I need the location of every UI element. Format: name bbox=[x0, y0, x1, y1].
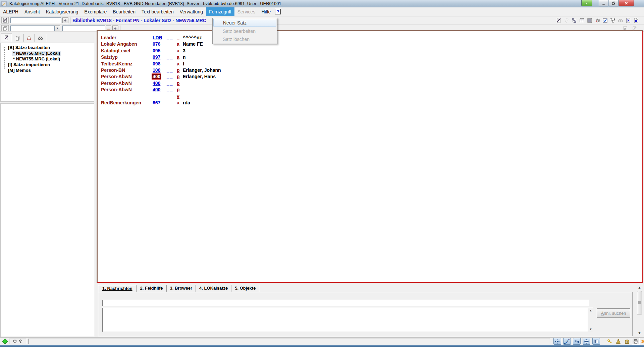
copy-bar-icon[interactable] bbox=[1, 25, 9, 31]
field-list-icon[interactable] bbox=[586, 17, 593, 24]
field-indicators[interactable]: __ bbox=[167, 35, 173, 40]
tree-expander-icon[interactable]: − bbox=[3, 46, 6, 49]
menu-item-verwaltung[interactable]: Verwaltung bbox=[177, 7, 206, 16]
field-tag[interactable]: 095 bbox=[153, 48, 160, 53]
menu-item-bearbeiten[interactable]: Bearbeiten bbox=[110, 7, 139, 16]
check-record-icon[interactable] bbox=[601, 17, 609, 24]
message-list-scrollbar[interactable]: ▲ ▼ bbox=[588, 308, 593, 332]
browse-book-icon[interactable] bbox=[578, 17, 586, 24]
menu-item-aleph[interactable]: ALEPH bbox=[0, 7, 21, 16]
combo-dropdown-button[interactable]: ▼ bbox=[55, 26, 60, 31]
tab-1-nachrichten[interactable]: 1. Nachrichten bbox=[98, 285, 137, 292]
export-record-icon[interactable] bbox=[594, 17, 601, 24]
field-tag[interactable]: 400 bbox=[153, 81, 160, 86]
message-list[interactable]: ▲ ▼ bbox=[102, 308, 593, 332]
menu-item-satz-löschen[interactable]: Satz löschen bbox=[213, 35, 277, 43]
hierarchy-view-icon[interactable] bbox=[571, 17, 578, 24]
quickpick-button[interactable] bbox=[581, 0, 592, 6]
field-indicators[interactable]: __ bbox=[167, 48, 173, 53]
subfield-code[interactable]: v bbox=[177, 94, 179, 99]
edit-records-tab[interactable] bbox=[1, 34, 12, 42]
field-value[interactable]: Name FE bbox=[183, 41, 203, 47]
field-indicators[interactable]: __ bbox=[167, 100, 173, 105]
tree-item-new755-mrc-lokal[interactable]: * NEW755.MRC (Lokal) bbox=[12, 56, 61, 61]
help-icon[interactable]: ? bbox=[275, 9, 281, 14]
search-tab[interactable] bbox=[35, 34, 46, 42]
table-icon[interactable] bbox=[592, 338, 600, 345]
record-number-input[interactable] bbox=[10, 17, 61, 23]
field-indicators[interactable]: __ bbox=[167, 54, 173, 60]
field-value[interactable]: rda bbox=[183, 100, 190, 105]
menu-item-fernzugriff[interactable]: Fernzugriff bbox=[206, 7, 234, 16]
printer-icon[interactable] bbox=[632, 338, 640, 345]
message-input[interactable] bbox=[102, 300, 589, 306]
subfield-code[interactable]: a bbox=[177, 41, 179, 47]
field-value[interactable]: ^^^^^nz bbox=[183, 35, 202, 40]
scrollbar-thumb[interactable] bbox=[637, 291, 642, 314]
exit-icon[interactable] bbox=[639, 338, 644, 345]
field-tag[interactable]: 097 bbox=[153, 54, 160, 60]
menu-item-exemplare[interactable]: Exemplare bbox=[81, 7, 110, 16]
minimize-button[interactable] bbox=[599, 0, 608, 6]
tree-item-m-memos[interactable]: [M] Memos bbox=[7, 68, 32, 73]
marc-icon[interactable]: MARC bbox=[563, 338, 571, 345]
record-editor[interactable]: LeaderLDR___^^^^^nzLokale Angaben076__aN… bbox=[97, 30, 643, 283]
subfield-code[interactable]: _ bbox=[177, 35, 179, 40]
field-value[interactable]: 3 bbox=[183, 48, 185, 53]
field-value[interactable]: Erlanger, Johann bbox=[183, 67, 221, 73]
similar-search-button[interactable]: Ähnl. suchen bbox=[597, 308, 630, 318]
new-record-icon[interactable] bbox=[555, 17, 562, 24]
menu-item-satz-bearbeiten[interactable]: Satz bearbeiten bbox=[213, 27, 277, 35]
globe-icon[interactable] bbox=[583, 338, 590, 345]
field-tag[interactable]: 667 bbox=[153, 100, 160, 105]
scroll-up-icon[interactable]: ▲ bbox=[636, 285, 643, 290]
subfield-code[interactable]: p bbox=[177, 81, 180, 86]
field-indicators[interactable]: __ bbox=[167, 41, 173, 47]
field-value[interactable]: f bbox=[183, 61, 184, 66]
subfield-code[interactable]: p bbox=[177, 87, 180, 92]
lasso-select-icon[interactable] bbox=[563, 17, 570, 24]
merge-records-icon[interactable] bbox=[609, 17, 616, 24]
field-indicators[interactable]: __ bbox=[167, 81, 173, 86]
scroll-down-icon[interactable]: ▼ bbox=[636, 331, 643, 336]
base-combo-input[interactable] bbox=[10, 26, 55, 31]
field-indicators[interactable]: __ bbox=[167, 74, 173, 79]
subfield-code[interactable]: a bbox=[177, 100, 179, 105]
scroll-up-icon[interactable]: ▲ bbox=[588, 308, 593, 313]
subfield-code[interactable]: a bbox=[177, 48, 179, 53]
subfield-code[interactable]: a bbox=[177, 61, 179, 66]
menu-item-hilfe[interactable]: Hilfe bbox=[258, 7, 274, 16]
copy-records-tab[interactable] bbox=[12, 34, 23, 42]
record-bar-icon[interactable] bbox=[1, 17, 9, 23]
tree-item-new756-mrc-lokal[interactable]: * NEW756.MRC (Lokal) bbox=[12, 51, 61, 56]
field-indicators[interactable]: __ bbox=[167, 87, 173, 92]
close-record-icon[interactable] bbox=[632, 17, 640, 24]
delete-record-icon[interactable] bbox=[625, 17, 632, 24]
tab-4-lokalsätze[interactable]: 4. LOKalsätze bbox=[196, 285, 231, 292]
menu-item-neuer-satz[interactable]: Neuer Satz bbox=[213, 19, 276, 27]
binoculars-icon[interactable] bbox=[617, 17, 624, 24]
key-icon[interactable] bbox=[606, 338, 613, 345]
go-record-button[interactable] bbox=[62, 17, 68, 23]
move-icon[interactable] bbox=[553, 338, 561, 345]
subfield-code[interactable]: a bbox=[177, 54, 179, 60]
field-tag[interactable]: 098 bbox=[153, 61, 160, 66]
field-tag[interactable]: 400 bbox=[153, 87, 160, 92]
field-tag[interactable]: 400 bbox=[152, 74, 161, 79]
field-indicators[interactable]: __ bbox=[167, 67, 173, 73]
field-value[interactable]: Erlanger, Hans bbox=[183, 74, 216, 79]
close-button[interactable] bbox=[619, 0, 634, 6]
field-indicators[interactable]: __ bbox=[167, 61, 173, 66]
field-value[interactable]: n bbox=[183, 54, 186, 60]
scroll-down-icon[interactable]: ▼ bbox=[588, 327, 593, 332]
field-tag[interactable]: LDR bbox=[153, 35, 162, 40]
restore-button[interactable] bbox=[609, 0, 619, 6]
tree-item-b-sätze-bearbeiten[interactable]: [B] Sätze bearbeiten bbox=[7, 45, 51, 50]
templates-tab[interactable] bbox=[23, 34, 35, 42]
field-tag[interactable]: 076 bbox=[153, 41, 160, 47]
panel-scrollbar[interactable]: ▲ ▼ bbox=[636, 285, 643, 336]
library-icon[interactable] bbox=[623, 338, 631, 345]
tab-2-feldhilfe[interactable]: 2. Feldhilfe bbox=[137, 285, 167, 292]
tab-3-browser[interactable]: 3. Browser bbox=[167, 285, 196, 292]
menu-item-ansicht[interactable]: Ansicht bbox=[21, 7, 43, 16]
